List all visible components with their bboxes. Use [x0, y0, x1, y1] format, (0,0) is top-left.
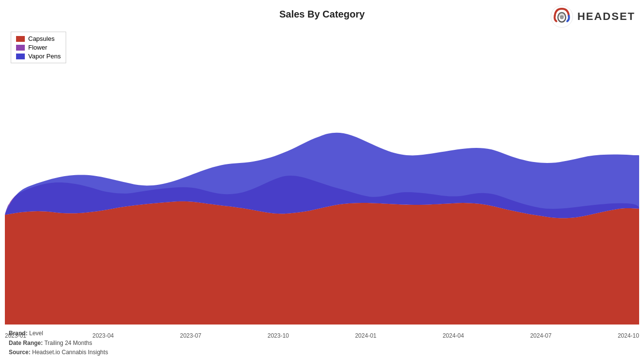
chart-legend: Capsules Flower Vapor Pens — [11, 32, 66, 63]
footer-brand: Brand: Level — [9, 329, 108, 338]
legend-label-capsules: Capsules — [28, 35, 54, 42]
legend-swatch-capsules — [16, 36, 25, 42]
chart-area — [5, 27, 639, 325]
brand-label: Brand: — [9, 330, 28, 337]
chart-title: Sales By Category — [0, 0, 644, 20]
logo: HEADSET — [550, 5, 635, 28]
footer-date-range: Date Range: Trailing 24 Months — [9, 339, 108, 348]
logo-text: HEADSET — [577, 10, 635, 23]
source-label: Source: — [9, 349, 31, 356]
date-range-label: Date Range: — [9, 340, 43, 346]
legend-item-capsules: Capsules — [16, 35, 61, 42]
x-label-3: 2023-10 — [268, 332, 289, 339]
legend-label-vapor-pens: Vapor Pens — [28, 53, 61, 60]
legend-item-vapor-pens: Vapor Pens — [16, 53, 61, 60]
date-range-value: Trailing 24 Months — [44, 340, 92, 346]
brand-value: Level — [29, 330, 43, 337]
legend-label-flower: Flower — [28, 44, 47, 51]
legend-swatch-flower — [16, 45, 25, 51]
footer-info: Brand: Level Date Range: Trailing 24 Mon… — [9, 329, 108, 357]
x-label-6: 2024-07 — [530, 332, 552, 339]
x-label-2: 2023-07 — [180, 332, 201, 339]
chart-container: HEADSET Sales By Category Capsules Flowe… — [0, 0, 644, 361]
footer-source: Source: Headset.io Cannabis Insights — [9, 348, 108, 357]
legend-item-flower: Flower — [16, 44, 61, 51]
svg-point-2 — [560, 16, 564, 19]
capsules-area — [5, 201, 639, 325]
x-label-7: 2024-10 — [618, 332, 639, 339]
legend-swatch-vapor-pens — [16, 54, 25, 59]
x-label-4: 2024-01 — [355, 332, 376, 339]
vapor-pens-area — [5, 133, 639, 218]
logo-icon — [550, 5, 573, 28]
chart-svg — [5, 27, 639, 325]
x-label-5: 2024-04 — [443, 332, 464, 339]
source-value: Headset.io Cannabis Insights — [32, 349, 108, 356]
